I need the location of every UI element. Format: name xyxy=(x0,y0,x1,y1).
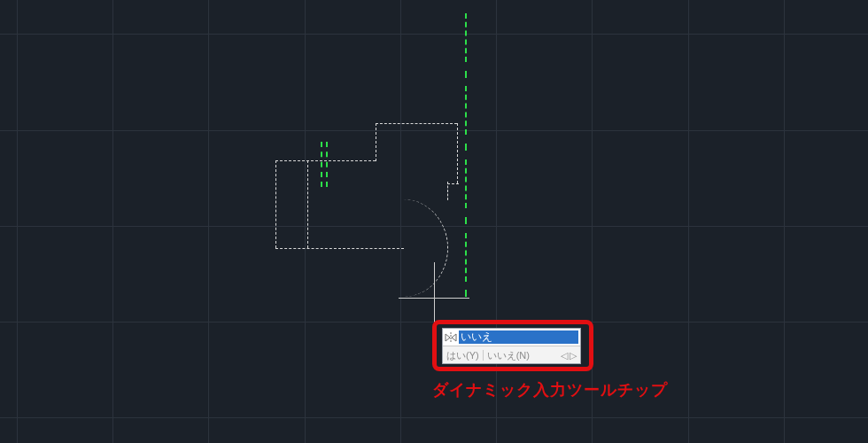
grid-line-v xyxy=(17,0,18,443)
grid-line-v xyxy=(208,0,209,443)
svg-marker-2 xyxy=(452,334,456,341)
axis-line xyxy=(465,159,467,208)
grid-line-v xyxy=(784,0,785,443)
grid-line-v xyxy=(112,0,113,443)
axis-line xyxy=(465,217,467,224)
mirror-icon xyxy=(443,331,459,344)
cad-viewport[interactable]: いいえ はい(Y) いいえ(N) ◁ ▷ ダイナミック入力ツールチップ xyxy=(0,0,868,443)
grid-line-h xyxy=(0,130,868,131)
nav-prev-icon[interactable]: ◁ xyxy=(561,348,568,362)
axis-line xyxy=(465,144,467,151)
annotation-label: ダイナミック入力ツールチップ xyxy=(432,379,668,400)
grid-line-v xyxy=(305,0,306,443)
dynamic-input-tooltip[interactable]: いいえ はい(Y) いいえ(N) ◁ ▷ xyxy=(443,329,580,363)
grid-line-v xyxy=(496,0,497,443)
axis-line xyxy=(465,290,467,297)
svg-marker-1 xyxy=(446,334,450,341)
dynamic-input-field[interactable]: いいえ xyxy=(459,330,578,344)
axis-line xyxy=(465,71,467,78)
axis-line xyxy=(321,182,322,187)
axis-line xyxy=(321,142,322,177)
nav-next-icon[interactable]: ▷ xyxy=(570,348,577,362)
option-yes[interactable]: はい(Y) xyxy=(443,348,483,362)
grid-line-v xyxy=(688,0,689,443)
axis-line xyxy=(465,86,467,135)
axis-line xyxy=(465,13,467,62)
grid-line-h xyxy=(0,417,868,418)
grid-line-h xyxy=(0,34,868,35)
axis-line xyxy=(326,142,328,177)
axis-line xyxy=(326,182,328,187)
option-no[interactable]: いいえ(N) xyxy=(484,348,533,362)
axis-line xyxy=(465,233,467,282)
grid-line-v xyxy=(592,0,593,443)
